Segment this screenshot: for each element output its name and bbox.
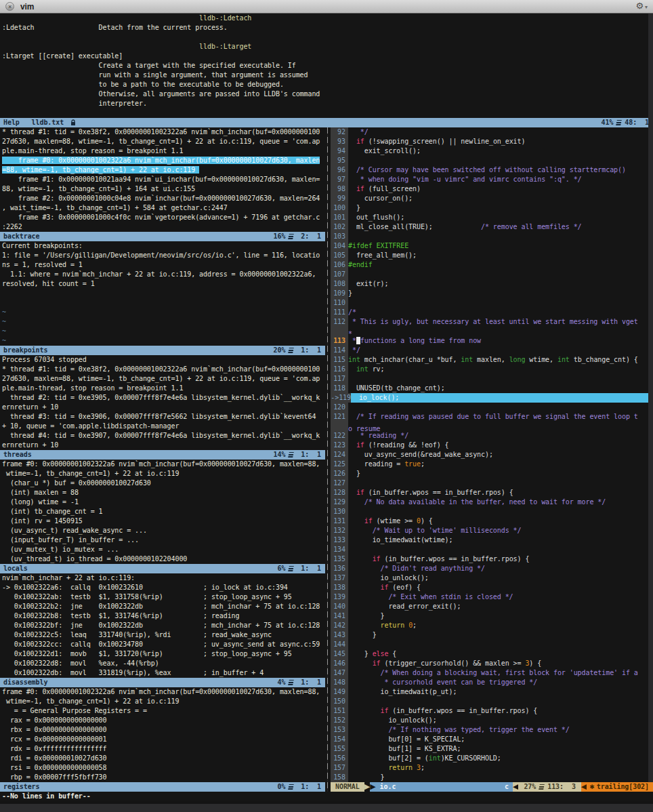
text-row[interactable]: ns = 1, resolved = 1 (0, 260, 325, 270)
text-row[interactable]: (uv_async_t) read_wake_async = ... (0, 526, 325, 535)
text-row[interactable]: = = General Purpose Registers = = (0, 706, 325, 716)
text-row[interactable]: :Ltarget [[create] executable] (2, 52, 653, 61)
text-row[interactable]: 140 read_error_exit(); (331, 602, 653, 611)
text-row[interactable]: Current breakpoints: (0, 241, 325, 251)
text-row[interactable]: 118 UNUSED(tb_change_cnt); (331, 384, 653, 393)
text-row[interactable]: lldb-:Ltarget (2, 42, 653, 52)
text-row[interactable]: 135 if (in_buffer.wpos == in_buffer.rpos… (331, 554, 653, 564)
text-row[interactable]: thread #3: tid = 0xe3906, 0x00007fff8f7e… (0, 412, 325, 422)
text-row[interactable]: 97 * when doing "vim -u vimrc" and vimrc… (331, 175, 653, 184)
text-row[interactable]: nvim`mch_inchar + 22 at io.c:119: (0, 573, 325, 583)
text-row[interactable]: Process 67034 stopped (0, 355, 325, 365)
text-row[interactable]: 107 (331, 270, 653, 279)
text-row[interactable]: 103 (331, 232, 653, 241)
text-row[interactable]: 141 } (331, 611, 653, 621)
text-row[interactable]: 154 buf[0] = K_SPECIAL; (331, 735, 653, 744)
text-row[interactable]: (input_buffer_T) in_buffer = ... (0, 535, 325, 545)
text-row[interactable]: 145 } else { (331, 649, 653, 659)
text-row[interactable]: 1.1: where = nvim`mch_inchar + 22 at io.… (0, 270, 325, 279)
text-row[interactable]: 132 /* Wait up to 'wtime' milliseconds *… (331, 526, 653, 535)
text-row[interactable]: 93 if (!swapping_screen() || newline_on_… (331, 137, 653, 146)
help-buffer-pane[interactable]: lldb-:Ldetach:Ldetach Detach from the cu… (0, 14, 653, 118)
text-row[interactable]: 0x1002322cc: callq 0x100234780 ; uv_asyn… (0, 640, 325, 649)
backtrace-buffer-pane[interactable]: * thread #1: tid = 0xe38f2, 0x0000000100… (0, 127, 325, 232)
text-row[interactable]: 27d630, maxlen=88, wtime=-1, tb_change_c… (0, 137, 325, 146)
text-row[interactable]: 152 io_unlock(); (331, 716, 653, 725)
threads-buffer-pane[interactable]: Process 67034 stopped* thread #1: tid = … (0, 355, 325, 450)
text-row[interactable]: 95 (331, 156, 653, 165)
scrollbar-strip[interactable] (648, 14, 653, 782)
text-row[interactable]: 114 */ (331, 346, 653, 355)
text-row[interactable]: rbp = 0x00007fff5fbff730 (0, 773, 325, 782)
text-row[interactable]: (int) tb_change_cnt = 1 (0, 507, 325, 516)
text-row[interactable]: interpreter. (2, 99, 653, 108)
text-row[interactable]: ~ (0, 327, 325, 336)
text-row[interactable]: 136 /* Didn't read anything */ (331, 564, 653, 573)
text-row[interactable]: 139 /* Exit when stdin is closed */ (331, 592, 653, 602)
disassembly-statusbar[interactable]: disassembly4% 1: 1 (0, 678, 325, 687)
text-row[interactable]: 129 /* No data available in the buffer, … (331, 498, 653, 507)
text-row[interactable]: lldb-:Ldetach (2, 14, 653, 23)
gear-icon[interactable]: ⚙▾ (635, 1, 648, 12)
text-row[interactable]: 147 /* When doing a blocking wait, first… (331, 668, 653, 678)
text-row[interactable]: 0x1002322ab: testb $1, 331758(%rip) ; st… (0, 592, 325, 602)
text-row[interactable]: 96 /* Cursor may have been switched off … (331, 165, 653, 175)
text-row[interactable]: 148 * cursorhold event can be triggered … (331, 678, 653, 687)
text-row[interactable]: rbx = 0x0000000000000000 (0, 725, 325, 735)
current-pc-line[interactable]: ->119 io_lock(); (331, 393, 653, 403)
text-row[interactable]: ernreturn + 10 (0, 403, 325, 412)
text-row[interactable]: wtime=-1, tb_change_cnt=1) + 22 at io.c:… (0, 469, 325, 479)
text-row[interactable]: frame #0: 0x00000001002322a6 nvim`mch_in… (0, 460, 325, 469)
text-row[interactable]: 88, wtime=-1, tb_change_cnt=1) + 164 at … (0, 184, 325, 194)
text-row[interactable]: 121 /* If reading was paused due to full… (331, 412, 653, 422)
text-row[interactable]: 0x1002322d8: movl %eax, -44(%rbp) (0, 659, 325, 668)
text-row[interactable]: 0x1002322b8: testb $1, 331746(%rip) ; re… (0, 611, 325, 621)
text-row[interactable]: ~ (0, 308, 325, 317)
text-row[interactable]: -> 0x1002322a6: callq 0x100232610 ; io_l… (0, 583, 325, 592)
text-row[interactable]: 126 } (331, 469, 653, 479)
text-row[interactable]: (char_u *) buf = 0x000000010027d630 (0, 479, 325, 488)
breakpoints-statusbar[interactable]: breakpoints20% 1: 1 (0, 346, 325, 355)
text-row[interactable]: 151 if (in_buffer.wpos == in_buffer.rpos… (331, 706, 653, 716)
text-row[interactable]: :2262 (0, 222, 325, 232)
text-row[interactable]: 104#ifdef EXITFREE (331, 241, 653, 251)
text-row[interactable]: wtime=-1, tb_change_cnt=1) + 22 at io.c:… (0, 697, 325, 706)
text-row[interactable]: 137 io_unlock(); (331, 573, 653, 583)
text-row[interactable]: 128 if (in_buffer.wpos == in_buffer.rpos… (331, 488, 653, 498)
text-row[interactable]: rdx = 0xffffffffffffffff (0, 744, 325, 754)
text-row[interactable]: frame #1: 0x000000010021aa94 nvim`ui_inc… (0, 175, 325, 184)
threads-statusbar[interactable]: threads14% 1: 1 (0, 450, 325, 460)
text-row[interactable]: 102 ml_close_all(TRUE); /* remove all me… (331, 222, 653, 232)
locals-statusbar[interactable]: locals6% 1: 1 (0, 564, 325, 573)
registers-statusbar[interactable]: registers0% 1: 1 (0, 782, 325, 792)
text-row[interactable]: 111/* (331, 308, 653, 317)
text-row[interactable]: 110 (331, 298, 653, 308)
text-row[interactable]: 27d630, maxlen=88, wtime=-1, tb_change_c… (0, 374, 325, 384)
text-row[interactable]: 0x1002322db: movl 331819(%rip), %eax ; i… (0, 668, 325, 678)
text-row[interactable]: 109} (331, 289, 653, 298)
text-row[interactable]: 0x1002322bf: jne 0x1002322db ; mch_incha… (0, 621, 325, 630)
text-row[interactable]: , wait_time=-1, tb_change_cnt=1) + 584 a… (0, 203, 325, 213)
text-row[interactable]: 144 (331, 640, 653, 649)
text-row[interactable]: 143 } (331, 630, 653, 640)
text-row[interactable] (2, 33, 653, 42)
text-row[interactable]: 122 * reading */ (331, 431, 653, 441)
text-row[interactable]: 138 if (eof) { (331, 583, 653, 592)
text-row[interactable]: ernreturn + 10 (0, 441, 325, 450)
text-row[interactable]: 157 return 3; (331, 763, 653, 773)
text-row[interactable]: 101 out_flush(); (331, 213, 653, 222)
locals-buffer-pane[interactable]: frame #0: 0x00000001002322a6 nvim`mch_in… (0, 460, 325, 564)
text-row[interactable]: 98 if (full_screen) (331, 184, 653, 194)
text-row[interactable]: 113 * functions a long time from now (331, 336, 653, 346)
text-row[interactable]: 0x1002322b2: jne 0x1002322db ; mch_incha… (0, 602, 325, 611)
text-row[interactable]: 1: file = '/Users/gilligan/Development/n… (0, 251, 325, 260)
text-row[interactable]: * thread #1: tid = 0xe38f2, 0x0000000100… (0, 127, 325, 137)
text-row[interactable] (2, 108, 653, 118)
vertical-split-separator[interactable] (325, 127, 331, 792)
text-row[interactable]: 155 buf[1] = KS_EXTRA; (331, 744, 653, 754)
text-row[interactable]: 131 if (wtime >= 0) { (331, 516, 653, 526)
help-statusbar[interactable]: Help lldb.txt 41% 48: 1 (0, 118, 653, 127)
text-row[interactable]: 149 io_timedwait(p_ut); (331, 687, 653, 697)
text-row[interactable] (0, 289, 325, 298)
text-row[interactable]: 100 } (331, 203, 653, 213)
